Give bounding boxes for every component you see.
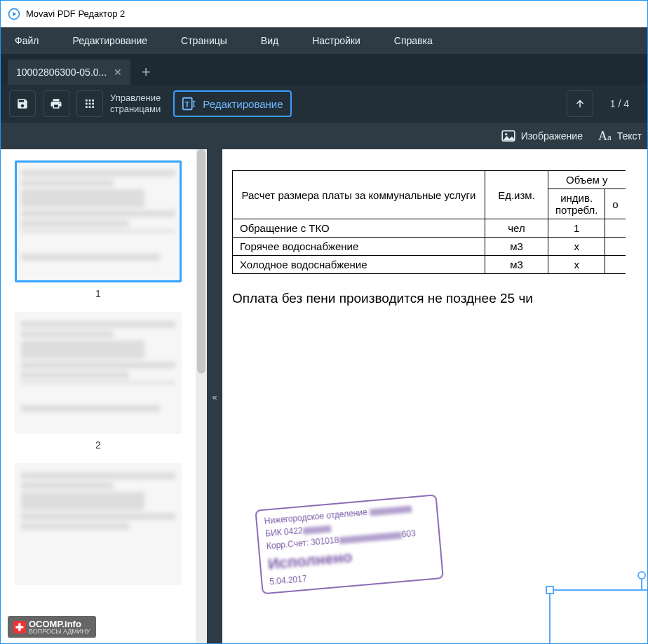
svg-rect-3 [92,100,94,102]
text-icon: Aa [598,129,612,144]
save-button[interactable] [9,90,36,117]
save-icon [16,97,29,110]
edit-mode-button[interactable]: T Редактирование [173,90,291,117]
close-icon[interactable]: ✕ [114,67,122,78]
share-button[interactable] [567,90,593,117]
rotate-handle[interactable] [637,571,646,580]
thumb-number-1: 1 [8,288,189,299]
text-edit-icon: T [182,96,197,111]
thumbnail-sidebar: 1 2 [1,149,196,644]
print-icon [50,97,62,110]
svg-rect-1 [86,100,88,102]
sidebar-scrollbar[interactable] [196,149,207,644]
svg-rect-2 [89,100,91,102]
insert-image-button[interactable]: Изображение [501,130,583,142]
app-window: Movavi PDF Редактор 2 Файл Редактировани… [0,0,648,644]
grid-icon [84,98,95,109]
insert-text-button[interactable]: Aa Текст [598,129,642,144]
image-icon [501,130,515,142]
manage-pages-label: Управлениестраницами [110,93,161,114]
menu-edit[interactable]: Редактирование [72,35,147,46]
titlebar: Movavi PDF Редактор 2 [1,1,647,27]
menubar: Файл Редактирование Страницы Вид Настрой… [1,27,647,54]
app-title: Movavi PDF Редактор 2 [26,8,125,19]
svg-rect-9 [92,106,94,108]
page-counter: 1 / 4 [610,98,629,109]
plus-icon: ✚ [13,621,26,633]
collapse-sidebar-button[interactable]: « [207,149,222,644]
chevron-left-icon: « [212,392,217,402]
svg-point-13 [505,133,507,135]
app-logo-icon [8,8,20,20]
tab-label: 10002806300-05.0... [16,67,107,78]
svg-rect-6 [92,103,94,105]
table-row: Обращение с ТКОчел1 [233,219,626,238]
menu-file[interactable]: Файл [15,35,39,46]
scrollbar-thumb[interactable] [197,149,205,374]
content-area: 1 2 « Расчет размера платы за [1,149,647,644]
bank-stamp: Нижегородское отделение БИК 0422 Корр.Сч… [255,494,444,594]
col-volume: Объем у [548,171,626,189]
upload-icon [574,97,586,110]
grid-button[interactable] [76,90,103,117]
svg-rect-8 [89,106,91,108]
svg-rect-4 [86,103,88,105]
col-ob: о [605,189,626,219]
document-viewport[interactable]: Расчет размера платы за коммунальные усл… [222,149,647,644]
add-tab-button[interactable]: + [133,60,158,85]
menu-settings[interactable]: Настройки [312,35,360,46]
menu-view[interactable]: Вид [261,35,278,46]
table-row: Холодное водоснабжением3х [233,256,626,274]
col-service: Расчет размера платы за коммунальные усл… [233,171,485,219]
print-button[interactable] [43,90,69,117]
resize-handle-tl[interactable] [546,586,554,594]
document-tab[interactable]: 10002806300-05.0... ✕ [8,60,130,85]
thumb-number-2: 2 [8,439,189,451]
svg-rect-5 [89,103,91,105]
col-unit: Ед.изм. [485,171,548,219]
watermark-badge: ✚ OCOMP.info ВОПРОСЫ АДМИНУ [8,616,96,638]
toolbar: Управлениестраницами T Редактирование 1 … [1,85,647,123]
page-thumbnail-1[interactable] [15,160,182,282]
selection-box[interactable] [549,589,647,644]
edit-subtoolbar: Изображение Aa Текст [1,123,647,149]
col-indiv: индив.потребл. [548,189,605,219]
page-thumbnail-2[interactable] [15,312,182,434]
payment-notice: Оплата без пени производится не позднее … [232,291,647,306]
table-row: Горячее водоснабжением3х [233,238,626,256]
svg-rect-7 [86,106,88,108]
menu-pages[interactable]: Страницы [181,35,227,46]
utility-table: Расчет размера платы за коммунальные усл… [232,170,626,274]
tabbar: 10002806300-05.0... ✕ + [1,54,647,85]
page-thumbnail-3[interactable] [15,463,182,585]
menu-help[interactable]: Справка [394,35,433,46]
svg-text:T: T [185,100,190,109]
